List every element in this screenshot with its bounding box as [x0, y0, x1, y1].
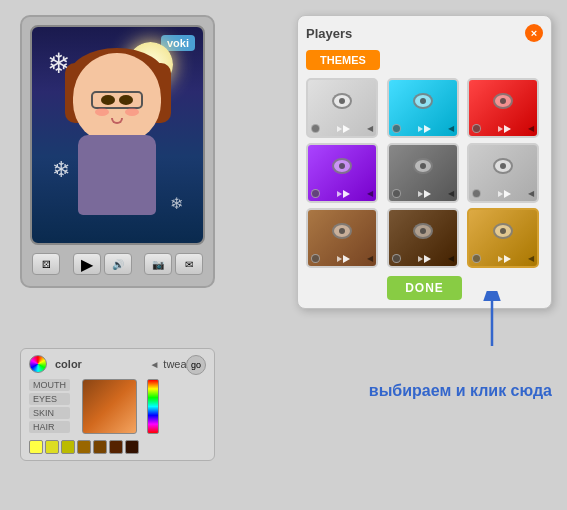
avatar-figure [53, 43, 183, 243]
play-button[interactable]: ▶ [73, 253, 101, 275]
preset-4[interactable] [77, 440, 91, 454]
preset-3[interactable] [61, 440, 75, 454]
tweak-panel: color ◄ tweak ► go MOUTH EYES SKIN HAIR [20, 348, 215, 461]
theme-vol-9: ◀ [528, 254, 534, 263]
theme-icon-7 [313, 215, 371, 246]
theme-play-2 [418, 125, 431, 133]
theme-icon-1 [313, 85, 371, 116]
play-tri-5a [418, 191, 423, 197]
play-tri-3b [504, 125, 511, 133]
skin-label: SKIN [29, 407, 70, 419]
preset-2[interactable] [45, 440, 59, 454]
theme-eye-5 [392, 189, 401, 198]
theme-controls-5: ◀ [392, 189, 454, 198]
go-button[interactable]: go [186, 355, 206, 375]
eye-icon-1 [332, 93, 352, 109]
play-tri-4b [343, 190, 350, 198]
annotation-text: выбираем и клик сюда [369, 382, 552, 400]
avatar-blush-left [95, 108, 109, 116]
theme-play-7 [337, 255, 350, 263]
players-title: Players [306, 26, 352, 41]
play-tri-1b [343, 125, 350, 133]
tweak-header: color ◄ tweak ► go [29, 355, 206, 373]
eye-icon-5 [413, 158, 433, 174]
color-editor: MOUTH EYES SKIN HAIR [29, 379, 206, 434]
avatar-eye-right [119, 95, 133, 105]
theme-controls-1: ◀ [311, 124, 373, 133]
avatar-screen: voki ❄ ❄ ❄ [30, 25, 205, 245]
play-tri-5b [424, 190, 431, 198]
volume-button[interactable]: 🔊 [104, 253, 132, 275]
theme-icon-3 [474, 85, 532, 116]
avatar-controls: ⚄ ▶ 🔊 📷 ✉ [30, 250, 205, 278]
arrow-svg [472, 291, 512, 351]
tweak-labels: MOUTH EYES SKIN HAIR [29, 379, 70, 433]
theme-controls-8: ◀ [392, 254, 454, 263]
theme-controls-9: ◀ [472, 254, 534, 263]
theme-vol-4: ◀ [367, 189, 373, 198]
theme-play-6 [498, 190, 511, 198]
theme-play-8 [418, 255, 431, 263]
nav-prev-arrow[interactable]: ◄ [149, 359, 159, 370]
play-tri-9a [498, 256, 503, 262]
theme-icon-4 [313, 150, 371, 181]
theme-item-9[interactable]: ◀ [467, 208, 539, 268]
eyes-label: EYES [29, 393, 70, 405]
main-container: voki ❄ ❄ ❄ [0, 0, 567, 510]
theme-item-3[interactable]: ◀ [467, 78, 539, 138]
theme-eye-8 [392, 254, 401, 263]
eye-icon-2 [413, 93, 433, 109]
color-swatch[interactable] [82, 379, 137, 434]
preset-5[interactable] [93, 440, 107, 454]
preset-1[interactable] [29, 440, 43, 454]
players-header: Players × [306, 24, 543, 42]
theme-item-5[interactable]: ◀ [387, 143, 459, 203]
theme-vol-5: ◀ [448, 189, 454, 198]
theme-icon-8 [394, 215, 452, 246]
theme-vol-2: ◀ [448, 124, 454, 133]
theme-icon-5 [394, 150, 452, 181]
theme-vol-7: ◀ [367, 254, 373, 263]
avatar-panel: voki ❄ ❄ ❄ [20, 15, 215, 288]
done-button[interactable]: DONE [387, 276, 462, 300]
share-button[interactable]: ✉ [175, 253, 203, 275]
theme-play-9 [498, 255, 511, 263]
mouth-label: MOUTH [29, 379, 70, 391]
theme-item-6[interactable]: ◀ [467, 143, 539, 203]
play-tri-7a [337, 256, 342, 262]
theme-item-2[interactable]: ◀ [387, 78, 459, 138]
avatar-head [73, 53, 161, 143]
color-wheel-icon [29, 355, 47, 373]
avatar-eye-left [101, 95, 115, 105]
theme-controls-3: ◀ [472, 124, 534, 133]
dice-button[interactable]: ⚄ [32, 253, 60, 275]
arrow-annotation [472, 291, 512, 355]
themes-button[interactable]: THEMES [306, 50, 380, 70]
color-spectrum[interactable] [147, 379, 159, 434]
extra-controls: 📷 ✉ [144, 253, 203, 275]
close-button[interactable]: × [525, 24, 543, 42]
preset-7[interactable] [125, 440, 139, 454]
color-presets [29, 440, 206, 454]
theme-controls-6: ◀ [472, 189, 534, 198]
hair-label: HAIR [29, 421, 70, 433]
theme-play-5 [418, 190, 431, 198]
theme-controls-2: ◀ [392, 124, 454, 133]
theme-item-8[interactable]: ◀ [387, 208, 459, 268]
preset-6[interactable] [109, 440, 123, 454]
themes-grid: ◀ ◀ [306, 78, 543, 268]
play-tri-2a [418, 126, 423, 132]
theme-eye-2 [392, 124, 401, 133]
camera-button[interactable]: 📷 [144, 253, 172, 275]
theme-item-7[interactable]: ◀ [306, 208, 378, 268]
play-tri-8a [418, 256, 423, 262]
theme-item-1[interactable]: ◀ [306, 78, 378, 138]
eye-icon-9 [493, 223, 513, 239]
theme-play-3 [498, 125, 511, 133]
theme-item-4[interactable]: ◀ [306, 143, 378, 203]
eye-icon-8 [413, 223, 433, 239]
theme-play-1 [337, 125, 350, 133]
theme-eye-1 [311, 124, 320, 133]
theme-vol-8: ◀ [448, 254, 454, 263]
theme-controls-7: ◀ [311, 254, 373, 263]
